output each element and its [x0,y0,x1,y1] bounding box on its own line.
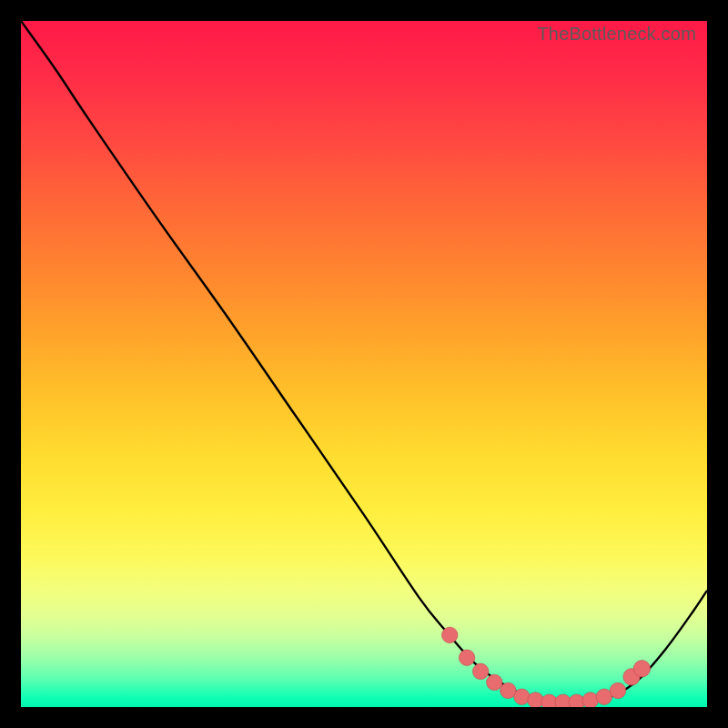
marker-dot [459,650,474,665]
marker-dot [472,663,488,679]
chart-svg [21,21,707,707]
marker-dot [514,689,530,704]
curve-path [21,21,707,703]
marker-dot [487,674,502,690]
marker-group [442,627,651,707]
watermark-label: TheBottleneck.com [537,24,696,45]
marker-dot [442,627,458,642]
marker-dot [633,661,650,677]
marker-dot [528,693,543,707]
marker-dot [582,693,598,707]
marker-dot [541,694,557,707]
chart-stage: TheBottleneck.com [0,0,728,728]
marker-dot [610,682,625,698]
plot-area: TheBottleneck.com [21,21,707,707]
marker-dot [555,694,571,707]
